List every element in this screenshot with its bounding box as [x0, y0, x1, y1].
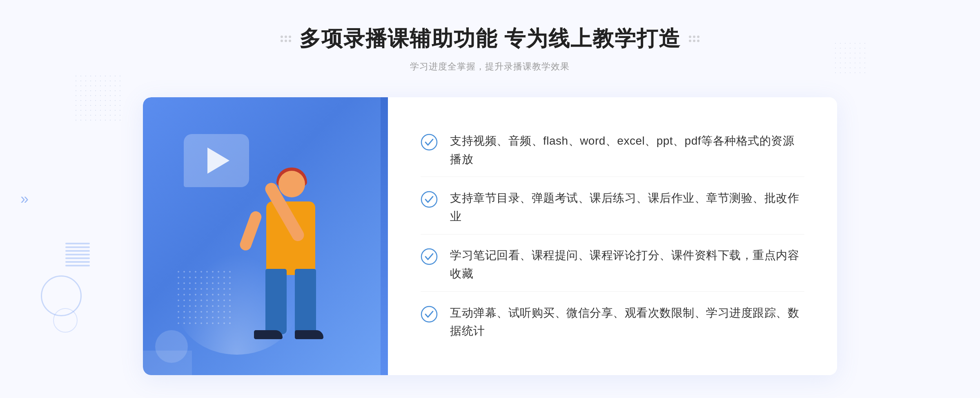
svg-point-2 — [421, 249, 437, 264]
half-circle-2 — [143, 351, 192, 375]
feature-text-2: 支持章节目录、弹题考试、课后练习、课后作业、章节测验、批改作业 — [450, 189, 804, 226]
fig-pants-left — [265, 269, 287, 334]
page-sub-title: 学习进度全掌握，提升录播课教学效果 — [281, 60, 699, 73]
blue-accent-bar — [381, 97, 388, 375]
check-icon-3 — [421, 248, 438, 265]
play-icon — [207, 148, 229, 174]
right-dot-group — [689, 36, 699, 42]
check-icon-1 — [421, 134, 438, 151]
title-row: 多项录播课辅助功能 专为线上教学打造 — [281, 25, 699, 53]
feature-item-3: 学习笔记回看、课程提问、课程评论打分、课件资料下载，重点内容收藏 — [421, 238, 804, 292]
svg-point-0 — [421, 134, 437, 150]
main-card: 支持视频、音频、flash、word、excel、ppt、pdf等各种格式的资源… — [143, 97, 837, 375]
svg-point-1 — [421, 192, 437, 207]
fig-shoe-left — [254, 330, 283, 339]
feature-text-3: 学习笔记回看、课程提问、课程评论打分、课件资料下载，重点内容收藏 — [450, 246, 804, 283]
check-icon-4 — [421, 306, 438, 323]
left-dot-group — [281, 36, 291, 42]
feature-item-4: 互动弹幕、试听购买、微信分享、观看次数限制、学习进度跟踪、数据统计 — [421, 296, 804, 349]
features-content-area: 支持视频、音频、flash、word、excel、ppt、pdf等各种格式的资源… — [388, 97, 837, 375]
bg-dots-right — [833, 41, 866, 74]
feature-item-1: 支持视频、音频、flash、word、excel、ppt、pdf等各种格式的资源… — [421, 124, 804, 177]
header-section: 多项录播课辅助功能 专为线上教学打造 学习进度全掌握，提升录播课教学效果 — [281, 25, 699, 73]
illustration-area — [143, 97, 388, 375]
fig-shoe-right — [295, 330, 323, 339]
fig-pants-right — [295, 269, 316, 334]
feature-text-1: 支持视频、音频、flash、word、excel、ppt、pdf等各种格式的资源… — [450, 132, 804, 169]
fig-arm-left — [238, 210, 263, 252]
check-icon-2 — [421, 191, 438, 208]
page-container: » 多项录播课辅助功能 专为线上教学打造 学习进度全掌握，提升录播课教学效果 — [0, 0, 980, 398]
circle-decoration-2 — [53, 308, 78, 333]
lines-decoration — [65, 243, 90, 275]
bg-dots-left — [74, 74, 122, 123]
feature-text-4: 互动弹幕、试听购买、微信分享、观看次数限制、学习进度跟踪、数据统计 — [450, 304, 804, 341]
figure-illustration — [213, 171, 344, 375]
svg-point-3 — [421, 306, 437, 322]
feature-item-2: 支持章节目录、弹题考试、课后练习、课后作业、章节测验、批改作业 — [421, 181, 804, 235]
fig-head — [278, 171, 305, 197]
page-main-title: 多项录播课辅助功能 专为线上教学打造 — [299, 25, 681, 53]
left-chevron-decoration: » — [20, 190, 25, 208]
